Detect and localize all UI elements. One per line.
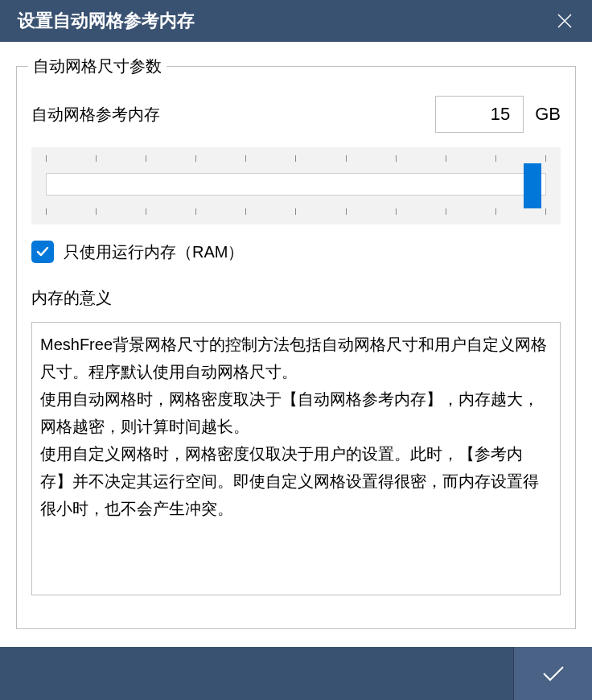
memory-label: 自动网格参考内存 xyxy=(31,104,435,126)
close-button[interactable] xyxy=(552,8,578,34)
auto-mesh-fieldset: 自动网格尺寸参数 自动网格参考内存 GB 只使用运行内存（RAM） xyxy=(16,66,576,629)
close-icon xyxy=(557,13,573,29)
confirm-button[interactable] xyxy=(513,647,592,700)
confirm-check-icon xyxy=(539,659,568,688)
ram-only-checkbox[interactable] xyxy=(31,241,54,263)
slider-ticks-top xyxy=(46,155,546,163)
dialog-title: 设置自动网格参考内存 xyxy=(18,9,195,33)
slider-track[interactable] xyxy=(46,173,546,196)
memory-param-row: 自动网格参考内存 GB xyxy=(31,96,561,133)
dialog-footer xyxy=(0,647,592,700)
slider-ticks-bottom xyxy=(46,208,546,216)
memory-unit: GB xyxy=(535,104,561,125)
ram-only-row: 只使用运行内存（RAM） xyxy=(31,241,561,263)
description-text: MeshFree背景网格尺寸的控制方法包括自动网格尺寸和用户自定义网格尺寸。程序… xyxy=(31,322,561,595)
fieldset-legend: 自动网格尺寸参数 xyxy=(28,56,166,77)
titlebar: 设置自动网格参考内存 xyxy=(0,0,592,42)
memory-input[interactable] xyxy=(435,96,524,133)
meaning-title: 内存的意义 xyxy=(31,287,561,309)
dialog-content: 自动网格尺寸参数 自动网格参考内存 GB 只使用运行内存（RAM） xyxy=(0,42,592,645)
memory-slider[interactable] xyxy=(31,147,561,224)
ram-only-label: 只使用运行内存（RAM） xyxy=(64,241,244,263)
check-icon xyxy=(35,245,50,259)
slider-thumb[interactable] xyxy=(524,163,541,208)
